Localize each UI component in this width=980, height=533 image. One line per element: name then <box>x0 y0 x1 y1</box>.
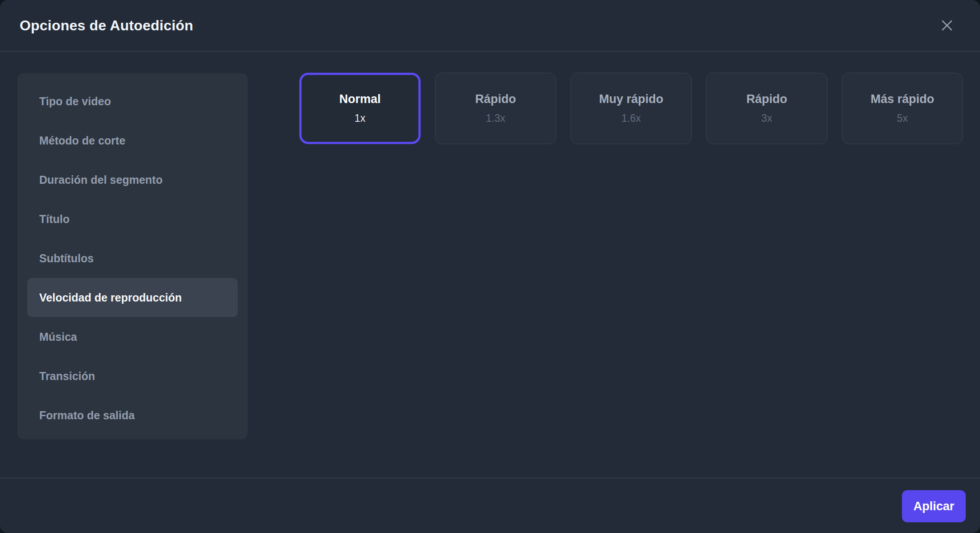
sidebar-item-label: Tipo de video <box>39 95 111 108</box>
speed-option-rapido-3x[interactable]: Rápido 3x <box>706 73 827 144</box>
speed-option-mas-rapido-5x[interactable]: Más rápido 5x <box>842 73 963 144</box>
dialog-header: Opciones de Autoedición <box>0 0 980 52</box>
dialog-body: Tipo de video Método de corte Duración d… <box>0 53 980 479</box>
sidebar-item-label: Formato de salida <box>39 409 135 422</box>
sidebar-item-title[interactable]: Título <box>27 199 238 239</box>
sidebar-item-video-type[interactable]: Tipo de video <box>27 82 238 121</box>
sidebar-item-segment-duration[interactable]: Duración del segmento <box>27 160 238 199</box>
close-icon <box>939 18 955 33</box>
sidebar-item-output-format[interactable]: Formato de salida <box>27 396 238 435</box>
sidebar-item-transition[interactable]: Transición <box>27 356 238 396</box>
apply-button[interactable]: Aplicar <box>902 490 966 522</box>
sidebar-item-subtitles[interactable]: Subtítulos <box>27 239 238 278</box>
dialog-footer: Aplicar <box>0 478 980 533</box>
sidebar-item-music[interactable]: Música <box>27 317 238 356</box>
autoedit-options-dialog: Opciones de Autoedición Tipo de video Mé… <box>0 0 980 533</box>
speed-option-rapido-1-3x[interactable]: Rápido 1.3x <box>435 73 556 144</box>
sidebar-item-label: Subtítulos <box>39 252 94 265</box>
speed-option-value: 1.6x <box>621 112 641 124</box>
sidebar-item-cut-method[interactable]: Método de corte <box>27 121 238 160</box>
speed-option-label: Normal <box>339 92 380 106</box>
speed-option-label: Más rápido <box>871 92 935 106</box>
speed-option-value: 1x <box>355 112 365 124</box>
sidebar-item-label: Música <box>39 331 77 343</box>
speed-option-label: Rápido <box>746 92 787 106</box>
speed-option-muy-rapido-1-6x[interactable]: Muy rápido 1.6x <box>571 73 692 144</box>
sidebar-item-label: Duración del segmento <box>39 174 162 186</box>
speed-option-normal-1x[interactable]: Normal 1x <box>299 73 421 144</box>
sidebar-item-label: Método de corte <box>39 134 125 147</box>
options-sidebar: Tipo de video Método de corte Duración d… <box>17 73 248 439</box>
sidebar-item-playback-speed[interactable]: Velocidad de reproducción <box>27 278 238 317</box>
sidebar-item-label: Velocidad de reproducción <box>39 291 182 304</box>
speed-options-group: Normal 1x Rápido 1.3x Muy rápido 1.6x Rá… <box>299 73 963 144</box>
sidebar-item-label: Transición <box>39 370 95 383</box>
close-button[interactable] <box>937 16 957 35</box>
dialog-title: Opciones de Autoedición <box>20 17 193 34</box>
speed-option-label: Rápido <box>475 92 516 106</box>
speed-option-value: 5x <box>897 112 908 124</box>
speed-option-value: 1.3x <box>486 112 505 124</box>
speed-option-label: Muy rápido <box>599 92 663 106</box>
speed-option-value: 3x <box>761 112 772 124</box>
sidebar-item-label: Título <box>39 213 70 226</box>
